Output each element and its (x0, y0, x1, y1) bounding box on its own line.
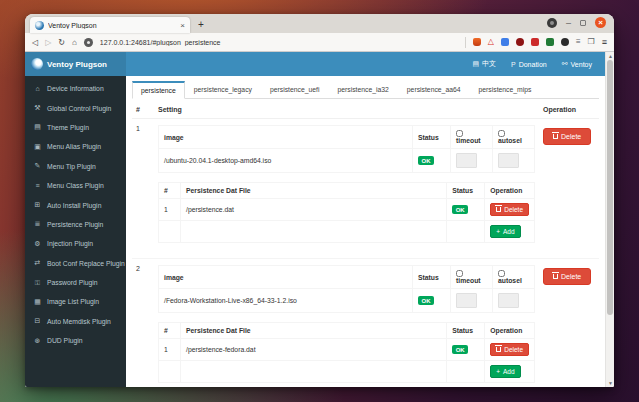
tab-persistence-mips[interactable]: persistence_mips (470, 81, 541, 99)
autosel-input[interactable] (498, 153, 519, 168)
sidebar-item-password[interactable]: ⚿Password Plugin (25, 273, 126, 292)
autosel-input[interactable] (498, 293, 519, 308)
image-table: image Status timeout autosel /ubuntu-20.… (158, 125, 535, 173)
site-info-icon[interactable] (84, 38, 93, 47)
minimize-button[interactable]: – (566, 18, 571, 28)
paw-extension-icon[interactable] (561, 38, 569, 46)
sidebar-item-dud[interactable]: ⊛DUD Plugin (25, 331, 126, 350)
forward-icon[interactable]: ▷ (45, 38, 51, 47)
dat-hash-header: # (159, 183, 181, 199)
maximize-button[interactable] (580, 20, 586, 26)
sidebar-item-theme[interactable]: ▤Theme Plugin (25, 118, 126, 137)
disk-icon: ≣ (33, 220, 42, 228)
plus-icon: + (496, 228, 500, 235)
scroll-down-icon[interactable]: ▼ (606, 380, 614, 386)
toolbar-divider (465, 37, 466, 48)
tab-close-icon[interactable]: × (180, 21, 185, 30)
sidebar-item-menu-alias[interactable]: ▣Menu Alias Plugin (25, 137, 126, 156)
delete-dat-button[interactable]: Delete (490, 203, 529, 216)
titlebar-circle-button[interactable] (547, 18, 557, 28)
timeout-input[interactable] (456, 293, 477, 308)
delete-row-button[interactable]: Delete (543, 128, 591, 145)
shield-extension-icon[interactable] (473, 38, 481, 46)
timeout-checkbox[interactable] (456, 270, 463, 277)
trash-icon (553, 134, 558, 139)
ventoy-link[interactable]: ⚯ Ventoy (562, 60, 592, 68)
tab-persistence-aa64[interactable]: persistence_aa64 (398, 81, 470, 99)
desktop-icon: ⊞ (33, 201, 42, 209)
image-header: image (159, 126, 413, 149)
dat-operation-header: Operation (485, 183, 535, 199)
app-brand[interactable]: Ventoy Plugson (25, 52, 126, 76)
trash-icon (496, 207, 501, 212)
timeout-checkbox[interactable] (456, 130, 463, 137)
sidebar-item-auto-install[interactable]: ⊞Auto Install Plugin (25, 195, 126, 214)
dat-table: # Persistence Dat File Status Operation … (158, 182, 535, 243)
table-row: 1 image Status timeout autosel (132, 119, 599, 259)
reload-icon[interactable]: ↻ (58, 38, 65, 47)
scrollbar-thumb[interactable] (607, 60, 613, 315)
ventoy-logo-icon (31, 58, 43, 70)
page-scrollbar[interactable]: ▲ ▼ (605, 52, 614, 387)
back-icon[interactable]: ◁ (32, 38, 38, 47)
autosel-checkbox[interactable] (498, 270, 505, 277)
copy-icon: ▣ (33, 143, 42, 151)
autosel-checkbox[interactable] (498, 130, 505, 137)
autosel-label: autosel (498, 137, 522, 144)
warning-triangle-icon[interactable]: △ (488, 38, 494, 46)
timeout-input[interactable] (456, 153, 477, 168)
sidebar-item-menu-tip[interactable]: ✎Menu Tip Plugin (25, 157, 126, 176)
sidebar-item-label: Auto Memdisk Plugin (47, 318, 111, 325)
main-content: persistence persistence_legacy persisten… (126, 76, 605, 387)
sidebar-item-injection[interactable]: ⚙Injection Plugin (25, 234, 126, 253)
tab-persistence-legacy[interactable]: persistence_legacy (185, 81, 261, 99)
sidebar-item-auto-memdisk[interactable]: ⊟Auto Memdisk Plugin (25, 312, 126, 331)
browser-titlebar: Ventoy Plugson × + – × (25, 14, 614, 33)
url-bar[interactable]: 127.0.0.1:24681/#plugson_persistence (100, 39, 458, 46)
add-dat-button[interactable]: +Add (490, 225, 520, 238)
browser-tab[interactable]: Ventoy Plugson × (30, 17, 190, 33)
sidebar-item-label: Persistence Plugin (47, 221, 103, 228)
ventoy-label: Ventoy (571, 61, 592, 68)
translate-extension-icon[interactable] (501, 38, 509, 46)
sidebar-item-menu-class[interactable]: ≡Menu Class Plugin (25, 176, 126, 195)
home-icon[interactable]: ⌂ (72, 38, 77, 47)
tab-persistence-ia32[interactable]: persistence_ia32 (328, 81, 397, 99)
sidebar-item-label: DUD Plugin (47, 337, 83, 344)
green-extension-icon[interactable] (546, 38, 554, 46)
sidebar-item-global-control[interactable]: ⚒Global Control Plugin (25, 98, 126, 117)
status-header: Status (413, 126, 451, 149)
wrench-icon: ⚒ (33, 104, 42, 112)
new-tab-button[interactable]: + (198, 17, 204, 33)
sidebar-item-label: Password Plugin (47, 279, 98, 286)
delete-dat-button[interactable]: Delete (490, 343, 529, 356)
menu-icon[interactable]: ≡ (602, 38, 607, 47)
blocker-extension-icon[interactable] (516, 38, 524, 46)
red-extension-icon[interactable] (531, 38, 539, 46)
sidebar-toggle-icon[interactable]: ❒ (588, 38, 595, 46)
close-button[interactable]: × (595, 17, 606, 28)
sidebar-item-persistence[interactable]: ≣Persistence Plugin (25, 215, 126, 234)
row-index: 2 (132, 259, 154, 388)
dat-operation-header: Operation (485, 323, 535, 339)
status-badge: OK (452, 345, 468, 354)
delete-row-button[interactable]: Delete (543, 268, 591, 285)
add-dat-button[interactable]: +Add (490, 365, 520, 378)
tab-persistence[interactable]: persistence (132, 81, 185, 99)
dat-status-header: Status (447, 323, 485, 339)
window-controls: – × (547, 17, 606, 28)
status-badge: OK (418, 156, 434, 165)
tab-persistence-uefi[interactable]: persistence_uefi (261, 81, 329, 99)
dat-file-path: /persistence.dat (181, 199, 447, 221)
sidebar-item-device-information[interactable]: ⌂Device Information (25, 79, 126, 98)
browser-window: Ventoy Plugson × + – × ◁ ▷ ↻ ⌂ 127.0.0.1… (25, 14, 614, 387)
scroll-up-icon[interactable]: ▲ (606, 53, 614, 59)
language-link[interactable]: ▤ 中文 (472, 59, 496, 69)
tab-list-icon[interactable]: ≡ (576, 38, 581, 46)
col-hash: # (132, 101, 154, 119)
sidebar-item-boot-conf-replace[interactable]: ⇄Boot Conf Replace Plugin (25, 254, 126, 273)
app-header: Ventoy Plugson ▤ 中文 P Donation ⚯ Ventoy (25, 52, 605, 76)
sidebar-item-image-list[interactable]: ▦Image List Plugin (25, 292, 126, 311)
donation-link[interactable]: P Donation (511, 61, 547, 68)
row-index: 1 (132, 119, 154, 259)
